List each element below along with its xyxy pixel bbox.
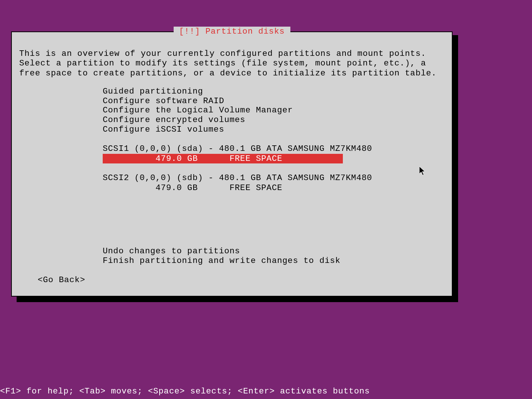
menu-guided-partitioning[interactable]: Guided partitioning — [103, 87, 293, 97]
footer-help-hint: <F1> for help; <Tab> moves; <Space> sele… — [0, 386, 370, 396]
go-back-button[interactable]: <Go Back> — [38, 275, 85, 285]
blank-separator — [103, 163, 372, 173]
dialog-description: This is an overview of your currently co… — [19, 49, 444, 78]
menu-undo-changes[interactable]: Undo changes to partitions — [103, 247, 341, 256]
partition-dialog: [!!] Partition disks This is an overview… — [11, 31, 453, 297]
menu-configure-iscsi[interactable]: Configure iSCSI volumes — [103, 125, 293, 135]
disk-sdb-free-space[interactable]: 479.0 GB FREE SPACE — [103, 183, 372, 193]
dialog-title-text: [!!] Partition disks — [179, 27, 284, 36]
config-menu: Guided partitioning Configure software R… — [103, 87, 293, 134]
disk-list: SCSI1 (0,0,0) (sda) - 480.1 GB ATA SAMSU… — [103, 144, 372, 193]
disk-sdb-header[interactable]: SCSI2 (0,0,0) (sdb) - 480.1 GB ATA SAMSU… — [103, 173, 372, 183]
disk-sda-free-space[interactable]: 479.0 GB FREE SPACE — [103, 154, 343, 164]
dialog-title: [!!] Partition disks — [173, 27, 290, 36]
menu-finish-partitioning[interactable]: Finish partitioning and write changes to… — [103, 256, 341, 266]
menu-configure-encrypted[interactable]: Configure encrypted volumes — [103, 115, 293, 125]
menu-configure-lvm[interactable]: Configure the Logical Volume Manager — [103, 106, 293, 115]
finish-menu: Undo changes to partitions Finish partit… — [103, 247, 341, 266]
menu-configure-raid[interactable]: Configure software RAID — [103, 97, 293, 106]
disk-sda-header[interactable]: SCSI1 (0,0,0) (sda) - 480.1 GB ATA SAMSU… — [103, 144, 372, 154]
